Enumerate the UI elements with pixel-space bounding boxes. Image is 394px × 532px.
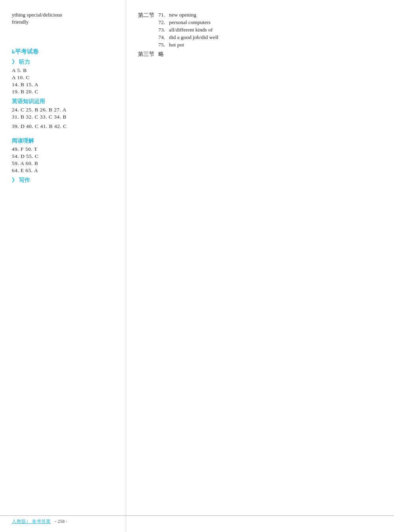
item-74-num: 74. [158,34,165,40]
page: ything special/delicious friendly k平考试卷 … [0,0,394,532]
item-72-num: 72. [158,19,165,25]
listening-row-3: 14. B 15. A [12,82,118,88]
section3-text: 略 [158,51,164,58]
right-column: 第二节 71. new opening 72. personal compute… [126,0,394,532]
page-footer: 人教版） 参考答案 - 258 · [0,515,394,525]
listening-row-2: A 10. C [12,74,118,81]
left-column: ything special/delicious friendly k平考试卷 … [0,0,126,532]
section2-node: 第二节 71. new opening 72. personal compute… [138,12,382,49]
cut-text-2: friendly [12,19,118,25]
footer-reference[interactable]: 人教版） 参考答案 [12,518,51,525]
reading-section-title: 阅读理解 [12,137,118,145]
item-75-num: 75. [158,42,165,48]
cut-text-1: ything special/delicious [12,12,118,18]
item-74-text: did a good job/did well [169,34,218,40]
language-section-title: 英语知识运用 [12,98,118,105]
item-73-num: 73. [158,27,165,33]
item-71: 71. new opening [158,12,218,18]
reading-row-3: 59. A 60. B [12,160,118,167]
section3-node: 第三节 略 [138,51,382,58]
writing-section-title: 》 写作 [12,177,118,184]
reading-row-2: 54. D 55. C [12,153,118,159]
item-71-text: new opening [169,12,196,18]
item-73: 73. all/different kinds of [158,27,218,33]
item-75: 75. hot pot [158,42,218,48]
item-74: 74. did a good job/did well [158,34,218,41]
exam-title: k平考试卷 [12,48,118,56]
footer-page-number: - 258 · [55,519,67,525]
listening-row-4: 19. B 20. C [12,89,118,95]
language-row-4: 39. D 40. C 41. B 42. C [12,123,118,130]
reading-row-4: 64. E 65. A [12,167,118,174]
language-row-1: 24. C 25. B 26. B 27. A [12,107,118,113]
item-71-num: 71. [158,12,165,18]
item-73-text: all/different kinds of [169,27,213,33]
listening-row-1: A 5. B [12,67,118,74]
section2-label: 第二节 [138,12,158,19]
reading-row-1: 49. F 50. T [12,146,118,152]
item-75-text: hot pot [169,42,184,48]
listening-section-title: 》 听力 [12,59,118,66]
section3-label: 第三节 [138,51,158,58]
item-72: 72. personal computers [158,19,218,26]
language-row-2: 31. B 32. C 33. C 34. B [12,114,118,120]
item-72-text: personal computers [169,19,210,25]
section2-items: 71. new opening 72. personal computers 7… [158,12,218,49]
